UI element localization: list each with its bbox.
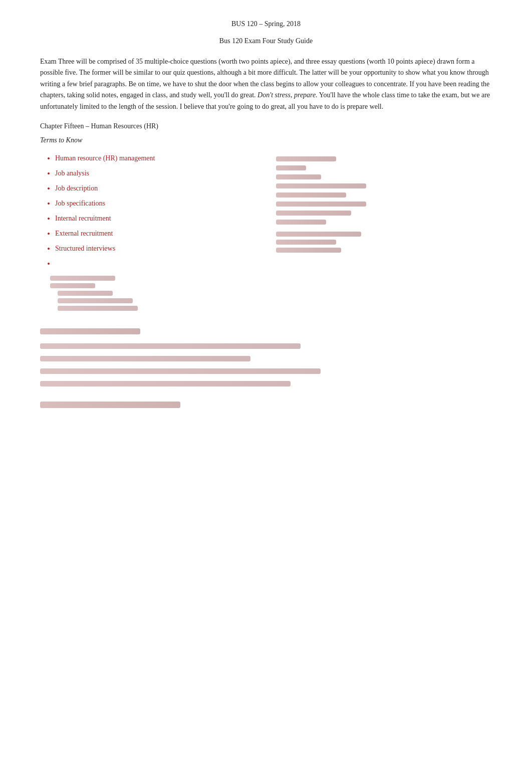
list-item-empty xyxy=(55,257,256,271)
right-blurred-7 xyxy=(276,211,351,216)
right-blurred-8 xyxy=(276,220,326,225)
blurred-sub-3 xyxy=(58,291,113,296)
bottom-line-2 xyxy=(40,356,250,361)
right-blurred-extra-3 xyxy=(276,248,341,253)
intro-paragraph: Exam Three will be comprised of 35 multi… xyxy=(40,56,492,112)
right-blurred-5 xyxy=(276,192,346,198)
title-text: Bus 120 Exam Four Study Guide xyxy=(219,37,313,45)
list-item-external-recruitment: External recruitment xyxy=(55,227,256,241)
list-item-hr: Human resource (HR) management xyxy=(55,151,256,165)
list-item-internal-recruitment: Internal recruitment xyxy=(55,212,256,226)
chapter-three-heading xyxy=(40,402,180,408)
terms-list: Human resource (HR) management Job analy… xyxy=(40,151,256,271)
bottom-line-3 xyxy=(40,368,321,374)
terms-heading: Terms to Know xyxy=(40,136,492,144)
right-column xyxy=(276,151,492,313)
intro-italic: Don't stress, prepare. xyxy=(257,91,318,99)
list-item-job-description: Job description xyxy=(55,181,256,196)
blurred-sub-2 xyxy=(50,283,95,288)
two-column-section: Human resource (HR) management Job analy… xyxy=(40,151,492,313)
left-column: Human resource (HR) management Job analy… xyxy=(40,151,256,313)
course-label: BUS 120 – Spring, 2018 xyxy=(231,20,301,28)
blurred-sub-4 xyxy=(58,298,133,303)
bottom-sections xyxy=(40,328,492,408)
right-blurred-2 xyxy=(276,165,306,170)
list-item-structured-interviews: Structured interviews xyxy=(55,242,256,256)
list-item-job-analysis: Job analysis xyxy=(55,166,256,180)
right-blurred-3 xyxy=(276,174,321,179)
blurred-sub-5 xyxy=(58,306,138,311)
list-item-job-specifications: Job specifications xyxy=(55,197,256,211)
sub-list-area xyxy=(40,276,256,311)
right-blurred-extra-2 xyxy=(276,240,336,245)
page-header: BUS 120 – Spring, 2018 xyxy=(40,20,492,28)
blurred-sub-1 xyxy=(50,276,115,281)
right-blurred-6 xyxy=(276,202,366,207)
doc-title: Bus 120 Exam Four Study Guide xyxy=(40,37,492,45)
chapter-heading: Chapter Fifteen – Human Resources (HR) xyxy=(40,122,492,130)
right-blurred-4 xyxy=(276,183,366,188)
bottom-heading-1 xyxy=(40,328,140,334)
right-blurred-extra-1 xyxy=(276,232,361,237)
bottom-line-4 xyxy=(40,381,291,386)
right-blurred-1 xyxy=(276,156,336,161)
bottom-line-1 xyxy=(40,343,301,349)
